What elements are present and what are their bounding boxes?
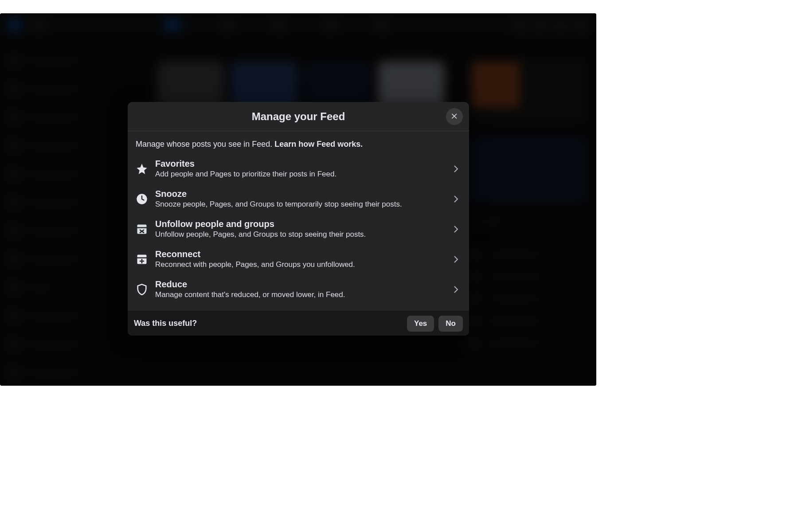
learn-how-feed-works-link[interactable]: Learn how Feed works. — [274, 140, 363, 149]
star-icon — [136, 163, 148, 175]
modal-intro: Manage whose posts you see in Feed. Lear… — [135, 139, 462, 149]
option-reduce[interactable]: Reduce Manage content that's reduced, or… — [135, 274, 462, 305]
option-title: Favorites — [155, 158, 443, 169]
option-desc: Reconnect with people, Pages, and Groups… — [155, 260, 443, 270]
close-button[interactable] — [446, 108, 463, 125]
reconnect-icon — [136, 253, 148, 266]
manage-feed-modal: Manage your Feed Manage whose posts you … — [128, 102, 469, 336]
option-desc: Add people and Pages to prioritize their… — [155, 169, 443, 180]
chevron-right-icon — [450, 164, 461, 174]
footer-question: Was this useful? — [134, 319, 403, 328]
option-favorites[interactable]: Favorites Add people and Pages to priori… — [135, 154, 462, 184]
option-desc: Unfollow people, Pages, and Groups to st… — [155, 230, 443, 240]
option-unfollow[interactable]: Unfollow people and groups Unfollow peop… — [135, 214, 462, 244]
modal-body: Manage whose posts you see in Feed. Lear… — [128, 131, 469, 311]
app-viewport: Manage your Feed Manage whose posts you … — [0, 13, 596, 386]
modal-header: Manage your Feed — [128, 102, 469, 131]
useful-yes-button[interactable]: Yes — [407, 316, 434, 332]
unfollow-icon — [136, 223, 148, 235]
close-icon — [450, 112, 458, 121]
option-title: Reduce — [155, 279, 443, 290]
option-title: Snooze — [155, 188, 443, 200]
clock-icon — [136, 193, 148, 205]
option-reconnect[interactable]: Reconnect Reconnect with people, Pages, … — [135, 244, 462, 274]
chevron-right-icon — [450, 284, 461, 295]
option-title: Reconnect — [155, 249, 443, 260]
option-title: Unfollow people and groups — [155, 219, 443, 230]
shield-icon — [136, 283, 148, 296]
canvas: Manage your Feed Manage whose posts you … — [0, 0, 798, 532]
chevron-right-icon — [450, 224, 461, 235]
chevron-right-icon — [450, 194, 461, 204]
modal-footer: Was this useful? Yes No — [128, 311, 469, 336]
option-desc: Snooze people, Pages, and Groups to temp… — [155, 200, 443, 210]
chevron-right-icon — [450, 254, 461, 265]
modal-title: Manage your Feed — [252, 110, 345, 123]
useful-no-button[interactable]: No — [438, 316, 463, 332]
option-desc: Manage content that's reduced, or moved … — [155, 290, 443, 300]
option-snooze[interactable]: Snooze Snooze people, Pages, and Groups … — [135, 184, 462, 214]
intro-text: Manage whose posts you see in Feed. — [136, 140, 274, 149]
